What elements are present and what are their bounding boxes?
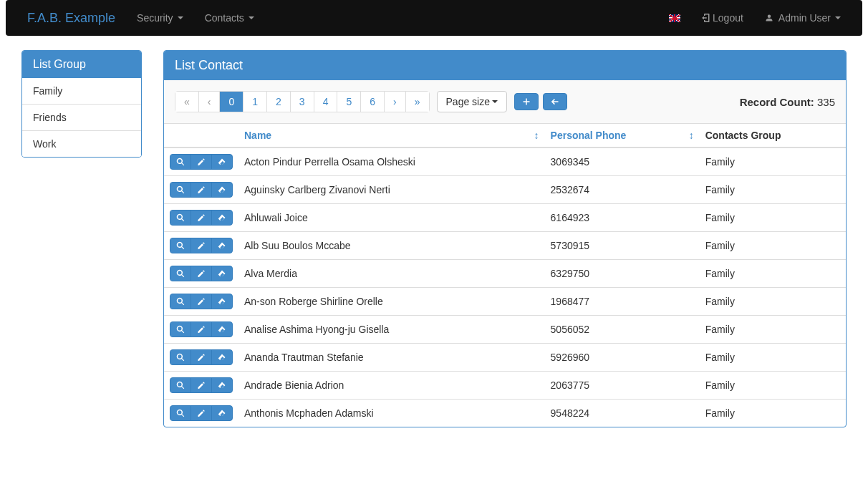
table-row: Analise Ashima Hyong-ju Gisella5056052Fa… — [164, 316, 846, 344]
cell-group: Family — [700, 260, 846, 288]
navbar-right: Logout Admin User — [658, 1, 852, 34]
show-button[interactable] — [170, 266, 191, 281]
flag-uk-icon[interactable] — [669, 14, 680, 22]
edit-button[interactable] — [191, 210, 212, 226]
page-first: « — [175, 92, 198, 112]
page-next[interactable]: › — [385, 92, 405, 112]
show-button[interactable] — [170, 377, 191, 393]
col-group: Contacts Group — [700, 124, 846, 147]
sidebar-title: List Group — [22, 51, 141, 78]
back-button[interactable] — [543, 93, 567, 110]
caret-down-icon — [835, 16, 841, 19]
page-size-button[interactable]: Page size — [437, 91, 507, 112]
search-icon — [176, 297, 185, 306]
delete-button[interactable] — [211, 377, 233, 393]
col-name[interactable]: Name ↕ — [238, 124, 545, 147]
col-phone[interactable]: Personal Phone ↕ — [545, 124, 700, 147]
page-0[interactable]: 0 — [220, 92, 243, 112]
edit-icon — [197, 241, 206, 250]
show-button[interactable] — [170, 238, 191, 253]
arrow-left-icon — [551, 97, 559, 106]
toolbar-left: «‹0123456›» Page size — [175, 91, 567, 112]
table-row: Ahluwali Joice6164923Family — [164, 204, 846, 232]
delete-button[interactable] — [211, 349, 233, 365]
edit-button[interactable] — [191, 405, 212, 421]
show-button[interactable] — [170, 210, 191, 226]
caret-down-icon — [178, 16, 183, 19]
edit-button[interactable] — [191, 154, 212, 170]
table-row: Aguinsky Carlberg Zivanovi Nerti2532674F… — [164, 176, 846, 204]
cell-group: Family — [700, 176, 846, 204]
cell-phone: 1968477 — [545, 288, 700, 316]
edit-icon — [197, 213, 206, 222]
page-container: List Group FamilyFriendsWork List Contac… — [0, 36, 868, 442]
page-4[interactable]: 4 — [314, 92, 337, 112]
cell-name: Aguinsky Carlberg Zivanovi Nerti — [238, 176, 545, 204]
table-row: Acton Pindur Perrella Osama Olsheski3069… — [164, 147, 846, 176]
edit-button[interactable] — [191, 377, 212, 393]
delete-button[interactable] — [211, 405, 233, 421]
search-icon — [176, 353, 185, 362]
sidebar-item-family[interactable]: Family — [22, 78, 141, 104]
edit-icon — [197, 158, 206, 166]
table-row: Ananda Trautman Stefanie5926960Family — [164, 344, 846, 372]
edit-button[interactable] — [191, 349, 212, 365]
nav-contacts[interactable]: Contacts — [194, 1, 265, 34]
page-prev: ‹ — [199, 92, 220, 112]
edit-button[interactable] — [191, 182, 212, 198]
user-menu[interactable]: Admin User — [754, 1, 852, 34]
cell-phone: 3069345 — [545, 147, 700, 176]
cell-name: Alb Suu Boulos Mccabe — [238, 232, 545, 260]
show-button[interactable] — [170, 349, 191, 365]
page-1[interactable]: 1 — [243, 92, 266, 112]
pagination: «‹0123456›» — [175, 91, 430, 112]
cell-phone: 5926960 — [545, 344, 700, 372]
search-icon — [176, 269, 185, 278]
row-actions — [170, 266, 233, 281]
page-5[interactable]: 5 — [337, 92, 360, 112]
brand-link[interactable]: F.A.B. Example — [16, 0, 126, 37]
page-3[interactable]: 3 — [291, 92, 314, 112]
cell-name: Ahluwali Joice — [238, 204, 545, 232]
delete-button[interactable] — [211, 210, 233, 226]
add-button[interactable] — [514, 93, 539, 110]
cell-name: An-son Roberge Shirline Orelle — [238, 288, 545, 316]
edit-button[interactable] — [191, 321, 212, 337]
edit-button[interactable] — [191, 238, 212, 253]
logout-link[interactable]: Logout — [691, 1, 754, 34]
delete-button[interactable] — [211, 182, 233, 198]
sidebar-item-friends[interactable]: Friends — [22, 104, 141, 130]
cell-group: Family — [700, 372, 846, 400]
page-6[interactable]: 6 — [361, 92, 384, 112]
row-actions — [170, 349, 233, 365]
edit-button[interactable] — [191, 266, 212, 281]
record-count-value: 335 — [817, 96, 835, 108]
delete-button[interactable] — [211, 321, 233, 337]
delete-button[interactable] — [211, 238, 233, 253]
delete-button[interactable] — [211, 294, 233, 309]
sidebar-item-work[interactable]: Work — [22, 130, 141, 157]
logout-label: Logout — [713, 12, 743, 24]
page-last[interactable]: » — [406, 92, 429, 112]
cell-phone: 6164923 — [545, 204, 700, 232]
cell-name: Ananda Trautman Stefanie — [238, 344, 545, 372]
show-button[interactable] — [170, 154, 191, 170]
delete-button[interactable] — [211, 266, 233, 281]
show-button[interactable] — [170, 294, 191, 309]
page-2[interactable]: 2 — [267, 92, 290, 112]
delete-button[interactable] — [211, 154, 233, 170]
edit-icon — [197, 381, 206, 390]
cell-name: Analise Ashima Hyong-ju Gisella — [238, 316, 545, 344]
cell-group: Family — [700, 316, 846, 344]
row-actions — [170, 238, 233, 253]
show-button[interactable] — [170, 321, 191, 337]
show-button[interactable] — [170, 182, 191, 198]
nav-security[interactable]: Security — [126, 1, 194, 34]
edit-icon — [197, 185, 206, 194]
edit-button[interactable] — [191, 294, 212, 309]
cell-name: Anthonis Mcphaden Adamski — [238, 400, 545, 427]
navbar: F.A.B. Example Security Contacts Logout … — [6, 0, 862, 36]
search-icon — [176, 409, 185, 417]
show-button[interactable] — [170, 405, 191, 421]
eraser-icon — [218, 325, 226, 334]
